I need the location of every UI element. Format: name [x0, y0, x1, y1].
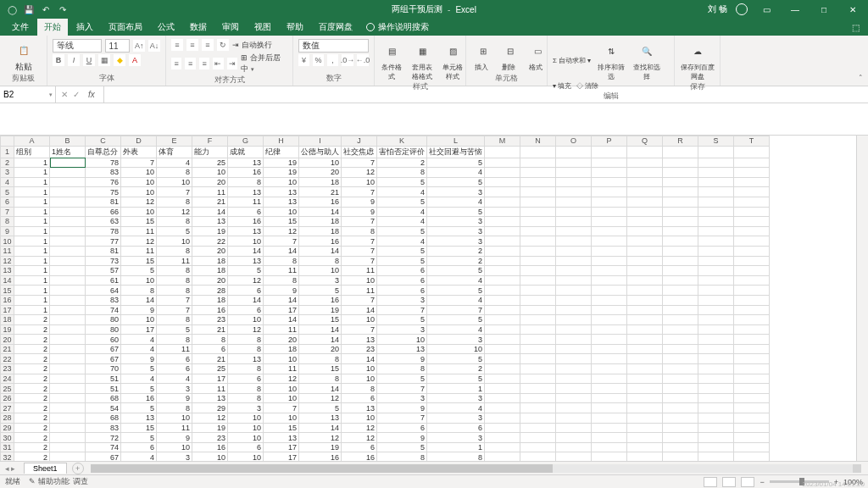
cell-B13[interactable] [50, 266, 86, 276]
cell-P4[interactable] [592, 177, 627, 187]
cell-F3[interactable]: 10 [192, 168, 228, 178]
italic-icon[interactable]: I [68, 54, 80, 66]
tab-insert[interactable]: 插入 [70, 19, 100, 36]
cell-T13[interactable] [734, 266, 770, 276]
cell-A22[interactable]: 2 [14, 354, 50, 364]
cell-L29[interactable]: 6 [427, 423, 485, 433]
cell-K26[interactable]: 3 [377, 393, 427, 403]
cell-B22[interactable] [50, 354, 86, 364]
cell-T32[interactable] [734, 452, 770, 461]
cell-H29[interactable]: 15 [264, 423, 299, 433]
cell-O19[interactable] [556, 324, 592, 335]
row-header-9[interactable]: 9 [1, 226, 14, 236]
cell-H13[interactable]: 11 [264, 266, 299, 276]
cell-B17[interactable] [50, 305, 86, 315]
cell-R17[interactable] [663, 305, 698, 315]
cell-E16[interactable]: 7 [157, 295, 192, 305]
cell-F22[interactable]: 21 [192, 354, 228, 364]
cell-L17[interactable]: 7 [427, 305, 485, 315]
cell-E25[interactable]: 3 [157, 384, 192, 394]
cell-H16[interactable]: 14 [264, 295, 299, 305]
cell-T8[interactable] [734, 217, 770, 227]
cell-J21[interactable]: 23 [342, 344, 377, 354]
cell-O27[interactable] [556, 403, 592, 413]
minimize-icon[interactable]: — [785, 1, 805, 18]
cell-F19[interactable]: 21 [192, 324, 228, 335]
tab-data[interactable]: 数据 [183, 19, 214, 36]
cell-P26[interactable] [592, 393, 627, 403]
cell-B24[interactable] [50, 374, 86, 384]
tab-home[interactable]: 开始 [37, 19, 68, 36]
autosave-icon[interactable]: ◯ [7, 4, 17, 14]
cell-G14[interactable]: 12 [228, 275, 264, 286]
cell-C30[interactable]: 72 [86, 433, 121, 443]
cell-H30[interactable]: 13 [264, 433, 299, 443]
cell-R21[interactable] [663, 344, 698, 354]
cell-R20[interactable] [663, 335, 698, 345]
cell-P14[interactable] [592, 275, 627, 286]
cell-K32[interactable]: 8 [377, 452, 427, 461]
view-layout-icon[interactable] [722, 477, 736, 487]
cell-D9[interactable]: 11 [121, 226, 157, 236]
cell-K23[interactable]: 8 [377, 364, 427, 374]
cell-C22[interactable]: 67 [86, 354, 121, 364]
currency-icon[interactable]: ¥ [298, 54, 309, 66]
number-format-select[interactable]: 数值 [298, 39, 369, 53]
cell-I10[interactable]: 16 [299, 236, 342, 247]
table-format-button[interactable]: ▦套用表格格式 [410, 39, 434, 81]
cell-A30[interactable]: 2 [14, 433, 50, 443]
merge-button[interactable]: ⊞ 合并后居中 ▾ [241, 53, 287, 75]
cell-T30[interactable] [734, 433, 770, 443]
cell-M17[interactable] [485, 305, 520, 315]
cell-G7[interactable]: 6 [228, 207, 264, 217]
cell-O2[interactable] [556, 158, 592, 168]
cell-T20[interactable] [734, 335, 770, 345]
cell-C21[interactable]: 67 [86, 344, 121, 354]
cell-A26[interactable]: 2 [14, 393, 50, 403]
cell-D30[interactable]: 5 [121, 433, 157, 443]
cell-L27[interactable]: 4 [427, 403, 485, 413]
row-header-29[interactable]: 29 [1, 423, 14, 433]
cell-E29[interactable]: 11 [157, 423, 192, 433]
cell-M18[interactable] [485, 315, 520, 325]
cell-K2[interactable]: 2 [377, 158, 427, 168]
cell-O5[interactable] [556, 187, 592, 197]
cell-B25[interactable] [50, 384, 86, 394]
cell-I5[interactable]: 21 [299, 187, 342, 197]
cell-N10[interactable] [520, 236, 556, 247]
cell-H2[interactable]: 19 [264, 158, 299, 168]
cell-C16[interactable]: 83 [86, 295, 121, 305]
cell-A18[interactable]: 2 [14, 315, 50, 325]
cell-L7[interactable]: 5 [427, 207, 485, 217]
cell-S29[interactable] [698, 423, 734, 433]
cell-R12[interactable] [663, 256, 698, 266]
col-header-F[interactable]: F [192, 136, 228, 147]
cell-O23[interactable] [556, 364, 592, 374]
row-header-17[interactable]: 17 [1, 305, 14, 315]
cell-S19[interactable] [698, 324, 734, 335]
cell-J23[interactable]: 10 [342, 364, 377, 374]
col-header-R[interactable]: R [663, 136, 698, 147]
cell-D2[interactable]: 7 [121, 158, 157, 168]
cell-J24[interactable]: 10 [342, 374, 377, 384]
cell-F8[interactable]: 13 [192, 217, 228, 227]
cell-A16[interactable]: 1 [14, 295, 50, 305]
align-left-icon[interactable]: ≡ [171, 58, 181, 69]
cell-F6[interactable]: 21 [192, 197, 228, 207]
fill-button[interactable]: ▾ 填充 [553, 81, 571, 91]
cell-P23[interactable] [592, 364, 627, 374]
font-size-select[interactable]: 11 [105, 39, 131, 53]
cell-N25[interactable] [520, 384, 556, 394]
cell-M21[interactable] [485, 344, 520, 354]
cell-L14[interactable]: 4 [427, 275, 485, 286]
cell-P8[interactable] [592, 217, 627, 227]
cell-F26[interactable]: 13 [192, 393, 228, 403]
cell-I16[interactable]: 16 [299, 295, 342, 305]
row-header-24[interactable]: 24 [1, 374, 14, 384]
cell-Q7[interactable] [627, 207, 663, 217]
cell-T12[interactable] [734, 256, 770, 266]
cell-F9[interactable]: 19 [192, 226, 228, 236]
cell-H7[interactable]: 10 [264, 207, 299, 217]
cell-N29[interactable] [520, 423, 556, 433]
clear-button[interactable]: ◇ 清除 [576, 81, 598, 91]
